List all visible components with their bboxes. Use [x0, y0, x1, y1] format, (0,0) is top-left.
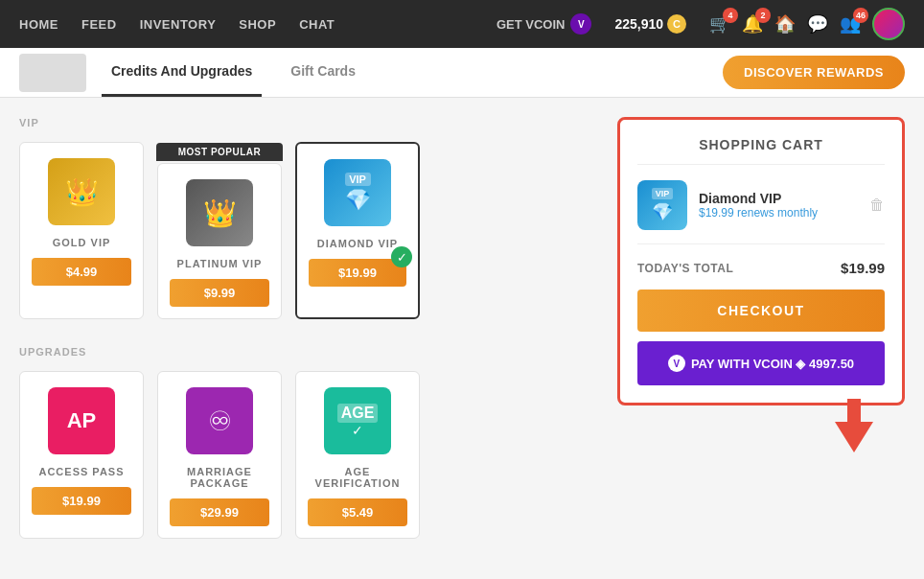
selected-checkmark: ✓	[391, 246, 412, 267]
cart-title: SHOPPING CART	[637, 137, 885, 165]
nav-home[interactable]: HOME	[19, 17, 58, 32]
diamond-vip-icon: VIP 💎	[324, 159, 391, 226]
nav-feed[interactable]: FEED	[81, 17, 117, 32]
red-arrow-indicator	[835, 399, 873, 452]
arrow-shaft	[847, 399, 861, 422]
diamond-vip-price[interactable]: $19.99	[309, 259, 406, 287]
tab-credits-upgrades[interactable]: Credits And Upgrades	[102, 48, 262, 97]
cart-item-info: Diamond VIP $19.99 renews monthly	[699, 191, 858, 220]
get-vcoin-label: GET VCOIN	[497, 17, 566, 32]
gold-vip-card[interactable]: 👑 GOLD VIP $4.99	[19, 142, 144, 319]
cart-delete-button[interactable]: 🗑	[869, 197, 885, 214]
message-icon[interactable]: 💬	[807, 13, 828, 35]
access-pass-price[interactable]: $19.99	[32, 487, 131, 515]
platinum-vip-name: PLATINUM VIP	[170, 258, 269, 269]
platinum-vip-card[interactable]: MOST POPULAR 👑 PLATINUM VIP $9.99	[157, 163, 282, 319]
arrow-head	[835, 422, 873, 452]
upgrade-cards-row: AP ACCESS PASS $19.99 ♾ MARRIAGE PACKAGE…	[19, 371, 598, 539]
cart-total-row: TODAY'S TOTAL $19.99	[637, 260, 885, 276]
vcoin-btn-amount: 4997.50	[809, 357, 854, 371]
bell-badge: 2	[755, 8, 771, 23]
gold-vip-name: GOLD VIP	[32, 237, 131, 248]
discover-rewards-button[interactable]: DISCOVER REWARDS	[723, 56, 905, 89]
users-badge: 46	[853, 8, 868, 23]
diamond-vip-card[interactable]: VIP 💎 ✓ DIAMOND VIP $19.99	[295, 142, 420, 319]
pay-with-vcoin-button[interactable]: V PAY WITH VCOIN ◈ 4997.50	[637, 341, 885, 385]
cart-badge: 4	[723, 8, 738, 23]
vcoin-c-icon: C	[667, 14, 686, 34]
access-pass-name: ACCESS PASS	[32, 466, 131, 477]
nav-icon-group: 🛒 4 🔔 2 🏠 💬 👥 46	[709, 8, 905, 40]
logo-placeholder	[19, 54, 86, 92]
left-panel: VIP 👑 GOLD VIP $4.99 MOST POPULAR 👑 PLAT…	[19, 117, 598, 566]
users-icon[interactable]: 👥 46	[840, 13, 861, 35]
platinum-vip-icon: 👑	[186, 179, 253, 246]
marriage-icon: ♾	[186, 387, 253, 454]
marriage-package-name: MARRIAGE PACKAGE	[170, 466, 269, 489]
main-content: VIP 👑 GOLD VIP $4.99 MOST POPULAR 👑 PLAT…	[0, 98, 924, 579]
diamond-vip-name: DIAMOND VIP	[309, 238, 406, 249]
marriage-package-card[interactable]: ♾ MARRIAGE PACKAGE $29.99	[157, 371, 282, 539]
tab-gift-cards[interactable]: Gift Cards	[281, 48, 365, 97]
nav-inventory[interactable]: INVENTORY	[140, 17, 217, 32]
vip-section-title: VIP	[19, 117, 598, 128]
marriage-package-price[interactable]: $29.99	[170, 498, 269, 526]
vcoin-btn-logo-symbol: ◈	[796, 357, 809, 371]
age-verification-card[interactable]: AGE ✓ AGE VERIFICATION $5.49	[295, 371, 420, 539]
navigation: HOME FEED INVENTORY SHOP CHAT GET VCOIN …	[0, 0, 924, 48]
ap-label: AP	[67, 408, 97, 433]
vcoin-balance: 225,910 C	[614, 14, 686, 34]
age-verification-icon: AGE ✓	[324, 387, 391, 454]
cart-icon[interactable]: 🛒 4	[709, 13, 730, 35]
access-pass-card[interactable]: AP ACCESS PASS $19.99	[19, 371, 144, 539]
bell-icon[interactable]: 🔔 2	[742, 13, 763, 35]
age-verification-price[interactable]: $5.49	[308, 498, 407, 526]
avatar[interactable]	[872, 8, 905, 40]
vcoin-button-logo: V	[668, 355, 685, 372]
nav-chat[interactable]: CHAT	[299, 17, 335, 32]
get-vcoin-button[interactable]: GET VCOIN V	[497, 13, 592, 35]
age-verification-name: AGE VERIFICATION	[308, 466, 407, 489]
checkout-button[interactable]: CHECKOUT	[637, 290, 885, 332]
home-icon[interactable]: 🏠	[774, 13, 796, 35]
tabs-bar: Credits And Upgrades Gift Cards DISCOVER…	[0, 48, 924, 98]
cart-item-name: Diamond VIP	[699, 191, 858, 206]
cart-item: VIP 💎 Diamond VIP $19.99 renews monthly …	[637, 180, 885, 244]
most-popular-badge: MOST POPULAR	[156, 143, 283, 161]
cart-total-amount: $19.99	[841, 260, 885, 276]
vip-cards-row: 👑 GOLD VIP $4.99 MOST POPULAR 👑 PLATINUM…	[19, 142, 598, 319]
cart-item-icon: VIP 💎	[637, 180, 687, 230]
upgrades-section-title: UPGRADES	[19, 346, 598, 358]
gold-vip-price[interactable]: $4.99	[32, 258, 131, 286]
shopping-cart: SHOPPING CART VIP 💎 Diamond VIP $19.99 r…	[617, 117, 905, 405]
nav-shop[interactable]: SHOP	[239, 17, 276, 32]
vcoin-logo-icon: V	[570, 13, 591, 35]
cart-total-label: TODAY'S TOTAL	[637, 262, 733, 275]
gold-vip-icon: 👑	[48, 158, 115, 225]
access-pass-icon: AP	[48, 387, 115, 454]
platinum-vip-price[interactable]: $9.99	[170, 279, 269, 307]
vcoin-btn-label: PAY WITH VCOIN ◈ 4997.50	[691, 357, 854, 371]
cart-item-subtitle: $19.99 renews monthly	[699, 206, 858, 220]
